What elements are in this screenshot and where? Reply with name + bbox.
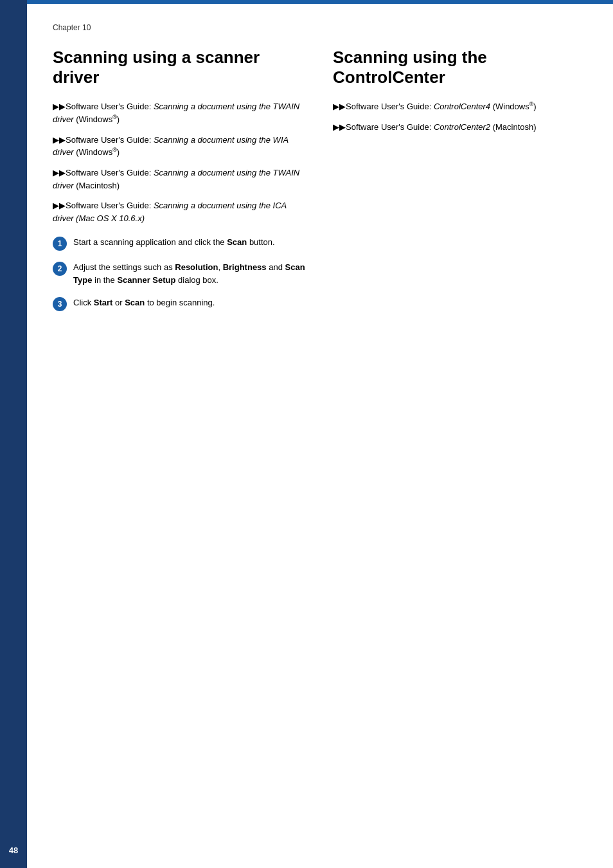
step-3-text: Click Start or Scan to begin scanning.	[73, 296, 307, 309]
arrow-item-1-text: ▶▶Software User's Guide: Scanning a docu…	[53, 100, 307, 125]
right-section-title: Scanning using the ControlCenter	[333, 48, 587, 87]
right-column: Scanning using the ControlCenter ▶▶Softw…	[333, 48, 587, 141]
arrow-item-2: ▶▶Software User's Guide: Scanning a docu…	[53, 134, 307, 159]
arrow-item-3-text: ▶▶Software User's Guide: Scanning a docu…	[53, 167, 307, 192]
right-arrow-item-1-text: ▶▶Software User's Guide: ControlCenter4 …	[333, 100, 587, 113]
right-arrow-item-1: ▶▶Software User's Guide: ControlCenter4 …	[333, 100, 587, 113]
two-column-layout: Scanning using a scanner driver ▶▶Softwa…	[53, 48, 587, 321]
arrow-item-4-text: ▶▶Software User's Guide: Scanning a docu…	[53, 199, 307, 224]
step-3-number: 3	[53, 297, 67, 311]
arrow-item-4: ▶▶Software User's Guide: Scanning a docu…	[53, 199, 307, 224]
left-column: Scanning using a scanner driver ▶▶Softwa…	[53, 48, 307, 321]
steps-list: 1 Start a scanning application and click…	[53, 236, 307, 311]
step-1: 1 Start a scanning application and click…	[53, 236, 307, 251]
left-section-title: Scanning using a scanner driver	[53, 48, 307, 87]
arrow-item-2-text: ▶▶Software User's Guide: Scanning a docu…	[53, 134, 307, 159]
arrow-item-3: ▶▶Software User's Guide: Scanning a docu…	[53, 167, 307, 192]
chapter-label: Chapter 10	[53, 23, 587, 32]
step-2: 2 Adjust the settings such as Resolution…	[53, 261, 307, 286]
page-number: 48	[0, 845, 27, 855]
step-1-text: Start a scanning application and click t…	[73, 236, 307, 249]
right-arrow-item-2: ▶▶Software User's Guide: ControlCenter2 …	[333, 121, 587, 134]
step-2-number: 2	[53, 262, 67, 276]
sidebar: 48	[0, 0, 27, 868]
step-3: 3 Click Start or Scan to begin scanning.	[53, 296, 307, 311]
right-arrow-item-2-text: ▶▶Software User's Guide: ControlCenter2 …	[333, 121, 587, 134]
step-1-number: 1	[53, 237, 67, 251]
step-2-text: Adjust the settings such as Resolution, …	[73, 261, 307, 286]
arrow-item-1: ▶▶Software User's Guide: Scanning a docu…	[53, 100, 307, 125]
main-content: Chapter 10 Scanning using a scanner driv…	[27, 4, 613, 347]
